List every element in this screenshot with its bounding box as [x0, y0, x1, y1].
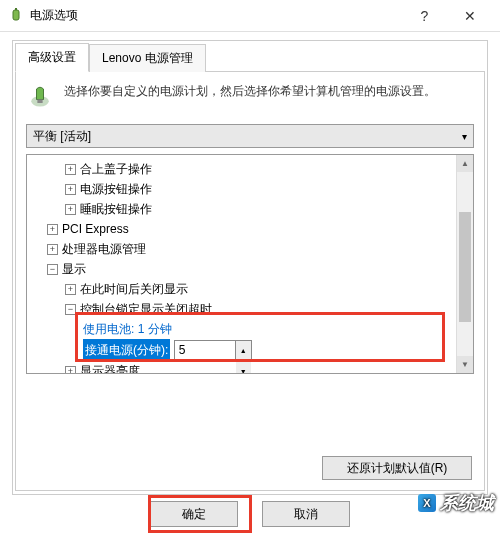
tree-item-plugged[interactable]: 接通电源(分钟): ▲ ▼ — [29, 339, 471, 361]
tree-item-display-off[interactable]: + 在此时间后关闭显示 — [29, 279, 471, 299]
plus-icon[interactable]: + — [65, 184, 76, 195]
titlebar: 电源选项 ? ✕ — [0, 0, 500, 32]
tree-item-sleepbtn[interactable]: + 睡眠按钮操作 — [29, 199, 471, 219]
dialog-inner: 高级设置 Lenovo 电源管理 选择你要自定义的电源计划，然后选择你希望计算机… — [12, 40, 488, 495]
content-area: 高级设置 Lenovo 电源管理 选择你要自定义的电源计划，然后选择你希望计算机… — [0, 32, 500, 503]
power-options-dialog: 电源选项 ? ✕ 高级设置 Lenovo 电源管理 选择你要自定义的电源计划，然… — [0, 0, 500, 537]
power-icon — [8, 8, 24, 24]
minus-icon[interactable]: − — [65, 304, 76, 315]
tree-scrollbar[interactable]: ▲ ▼ — [456, 155, 473, 373]
description-text: 选择你要自定义的电源计划，然后选择你希望计算机管理的电源设置。 — [64, 82, 436, 110]
tree-item-lid[interactable]: + 合上盖子操作 — [29, 159, 471, 179]
settings-tree: + 合上盖子操作 + 电源按钮操作 + 睡眠按钮操作 + — [26, 154, 474, 374]
scroll-up-icon[interactable]: ▲ — [457, 155, 473, 172]
tab-strip: 高级设置 Lenovo 电源管理 — [15, 44, 485, 72]
tree-item-battery[interactable]: 使用电池: 1 分钟 — [29, 319, 471, 339]
close-button[interactable]: ✕ — [447, 1, 492, 31]
scroll-track[interactable] — [457, 172, 473, 356]
chevron-down-icon: ▾ — [462, 131, 467, 142]
minus-icon[interactable]: − — [47, 264, 58, 275]
spinner-down[interactable]: ▼ — [236, 362, 251, 374]
footer-buttons: 确定 取消 — [0, 501, 500, 527]
ok-button[interactable]: 确定 — [150, 501, 238, 527]
spinner-up[interactable]: ▲ — [236, 341, 251, 362]
plus-icon[interactable]: + — [65, 366, 76, 375]
scroll-down-icon[interactable]: ▼ — [457, 356, 473, 373]
cancel-button[interactable]: 取消 — [262, 501, 350, 527]
plus-icon[interactable]: + — [65, 284, 76, 295]
plus-icon[interactable]: + — [47, 224, 58, 235]
svg-rect-0 — [13, 10, 19, 20]
minutes-spinner[interactable]: ▲ ▼ — [174, 340, 252, 360]
description-row: 选择你要自定义的电源计划，然后选择你希望计算机管理的电源设置。 — [26, 82, 474, 110]
window-title: 电源选项 — [30, 7, 78, 24]
bulb-icon — [26, 82, 54, 110]
tree-item-cpu[interactable]: + 处理器电源管理 — [29, 239, 471, 259]
tree-item-pci[interactable]: + PCI Express — [29, 219, 471, 239]
plan-combo-value: 平衡 [活动] — [33, 128, 91, 145]
svg-rect-3 — [37, 100, 42, 104]
tab-advanced[interactable]: 高级设置 — [15, 43, 89, 72]
tab-lenovo[interactable]: Lenovo 电源管理 — [89, 44, 206, 72]
plus-icon[interactable]: + — [65, 204, 76, 215]
plugged-label: 接通电源(分钟): — [83, 339, 170, 361]
plan-combo[interactable]: 平衡 [活动] ▾ — [26, 124, 474, 148]
plus-icon[interactable]: + — [65, 164, 76, 175]
tree-item-display[interactable]: − 显示 — [29, 259, 471, 279]
plus-icon[interactable]: + — [47, 244, 58, 255]
scroll-thumb[interactable] — [459, 212, 471, 322]
tab-panel: 选择你要自定义的电源计划，然后选择你希望计算机管理的电源设置。 平衡 [活动] … — [15, 71, 485, 491]
help-button[interactable]: ? — [402, 1, 447, 31]
svg-rect-1 — [15, 8, 17, 10]
minutes-input[interactable] — [175, 341, 235, 359]
tree-item-console-lock[interactable]: − 控制台锁定显示关闭超时 — [29, 299, 471, 319]
restore-defaults-button[interactable]: 还原计划默认值(R) — [322, 456, 472, 480]
tree-item-powerbtn[interactable]: + 电源按钮操作 — [29, 179, 471, 199]
